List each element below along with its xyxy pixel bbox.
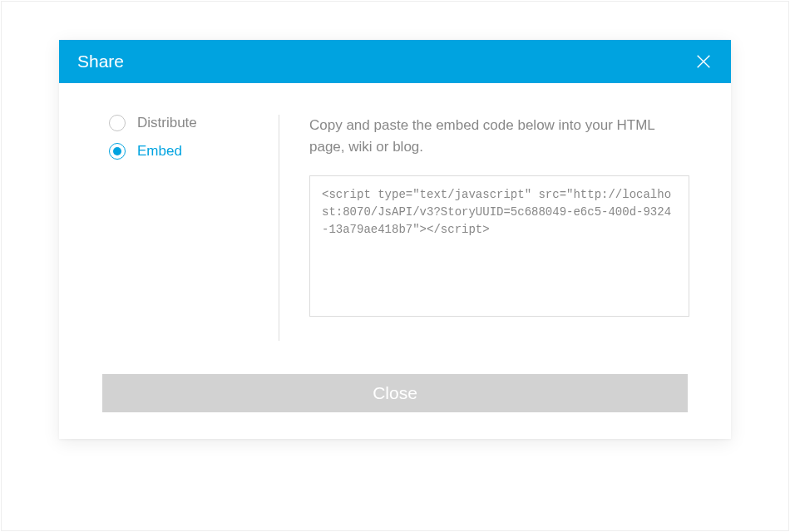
radio-option-embed[interactable]: Embed — [109, 143, 262, 160]
radio-label: Embed — [137, 143, 182, 160]
close-icon[interactable] — [694, 52, 713, 71]
radio-dot-icon — [113, 147, 121, 155]
dialog-footer: Close — [59, 366, 731, 439]
radio-option-distribute[interactable]: Distribute — [109, 115, 262, 131]
radio-label: Distribute — [137, 115, 197, 131]
dialog-title: Share — [77, 52, 124, 71]
dialog-body: Distribute Embed Copy and paste the embe… — [59, 83, 731, 366]
content-area: Copy and paste the embed code below into… — [279, 115, 731, 341]
dialog-header: Share — [59, 40, 731, 83]
instructions-text: Copy and paste the embed code below into… — [309, 115, 689, 157]
sidebar: Distribute Embed — [59, 115, 279, 341]
close-button[interactable]: Close — [102, 374, 688, 412]
share-dialog: Share Distribute Embed — [59, 40, 731, 439]
radio-icon — [109, 115, 126, 131]
radio-icon — [109, 143, 126, 160]
outer-frame: Share Distribute Embed — [1, 1, 789, 531]
embed-code-box[interactable]: <script type="text/javascript" src="http… — [309, 175, 689, 317]
